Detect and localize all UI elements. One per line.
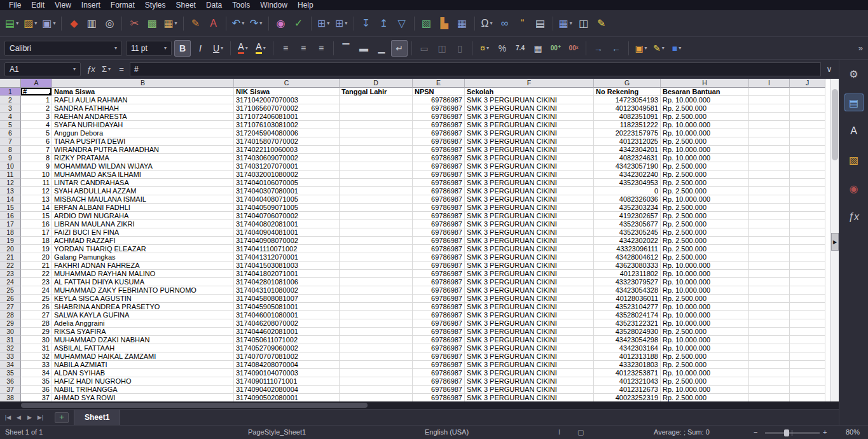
insert-special-character-dropdown-icon[interactable]: ▾ — [490, 20, 493, 26]
cell-J14[interactable] — [790, 195, 825, 204]
column-header-J[interactable]: J — [790, 79, 825, 88]
cell-C12[interactable]: 3174040106070005 — [234, 179, 340, 187]
previous-sheet-button[interactable]: ◀ — [13, 414, 24, 421]
cell-C9[interactable]: 3174030609070002 — [234, 154, 340, 162]
cell-B33[interactable]: MUHAMMAD HAIKAL ZAMZAMI — [52, 352, 234, 361]
column-header-A[interactable]: A — [21, 79, 52, 88]
cell-A7[interactable]: 6 — [21, 137, 52, 146]
cell-G12[interactable]: 4352304953 — [594, 179, 661, 187]
cell-A29[interactable]: 28 — [21, 319, 52, 328]
cell-C3[interactable]: 3171065607070002 — [234, 104, 340, 113]
cell-H33[interactable]: Rp. 2.500.000 — [661, 352, 749, 361]
row-header-16[interactable]: 16 — [0, 212, 21, 220]
row-header-17[interactable]: 17 — [0, 220, 21, 228]
cell-D32[interactable] — [340, 344, 413, 352]
cell-J33[interactable] — [790, 352, 825, 361]
cell-G7[interactable]: 4012312025 — [594, 137, 661, 146]
cell-B38[interactable]: AHMAD SYA ROWI — [52, 394, 234, 401]
cell-H27[interactable]: Rp. 10.000.000 — [661, 303, 749, 311]
cell-J30[interactable] — [790, 328, 825, 336]
cell-I26[interactable] — [749, 295, 790, 303]
cell-D5[interactable] — [340, 121, 413, 129]
cell-B24[interactable]: AL FATTAH DHIYA KUSUMA — [52, 278, 234, 286]
new-document-dropdown-icon[interactable]: ▾ — [16, 20, 18, 26]
cell-C8[interactable]: 3174022110060003 — [234, 146, 340, 154]
cell-H23[interactable]: Rp. 10.000.000 — [661, 270, 749, 278]
column-header-G[interactable]: G — [594, 79, 661, 88]
insert-special-character-button[interactable]: Ω▾ — [479, 15, 495, 32]
add-decimal-place-button[interactable]: 00⁺ — [548, 40, 564, 57]
text-language[interactable]: English (USA) — [425, 428, 469, 436]
cell-F12[interactable]: SMK 3 PERGURUAN CIKINI — [465, 179, 594, 187]
cell-C10[interactable]: 3174031207070001 — [234, 162, 340, 171]
background-color-button[interactable]: ■▾ — [668, 40, 685, 57]
cell-D23[interactable] — [340, 270, 413, 278]
cell-B21[interactable]: Galang Pamungkas — [52, 253, 234, 261]
decrease-indent-button[interactable]: ← — [608, 40, 624, 57]
cell-E8[interactable]: 69786987 — [413, 146, 465, 154]
cell-B1[interactable]: Nama Siswa — [52, 88, 234, 96]
vertical-scrollbar-thumb[interactable] — [832, 89, 838, 160]
cell-H7[interactable]: Rp. 2.500.000 — [661, 137, 749, 146]
cell-F10[interactable]: SMK 3 PERGURUAN CIKINI — [465, 162, 594, 171]
cell-F6[interactable]: SMK 3 PERGURUAN CIKINI — [465, 129, 594, 137]
cell-D11[interactable] — [340, 171, 413, 179]
redo-dropdown-icon[interactable]: ▾ — [259, 20, 262, 26]
cell-J10[interactable] — [790, 162, 825, 171]
cell-J24[interactable] — [790, 278, 825, 286]
cell-B23[interactable]: MUHAMMAD RAYHAN MALINO — [52, 270, 234, 278]
cell-D12[interactable] — [340, 179, 413, 187]
cell-I8[interactable] — [749, 146, 790, 154]
cell-F11[interactable]: SMK 3 PERGURUAN CIKINI — [465, 171, 594, 179]
row-header-23[interactable]: 23 — [0, 270, 21, 278]
open-file-dropdown-icon[interactable]: ▾ — [34, 20, 37, 26]
cell-D37[interactable] — [340, 386, 413, 394]
cell-J2[interactable] — [790, 96, 825, 104]
highlighting-color-dropdown-icon[interactable]: ▾ — [263, 45, 266, 51]
cell-D20[interactable] — [340, 245, 413, 253]
row-header-27[interactable]: 27 — [0, 303, 21, 311]
cell-E36[interactable]: 69786987 — [413, 377, 465, 386]
row-header-2[interactable]: 2 — [0, 96, 21, 104]
expand-formula-bar-button[interactable]: ∨ — [822, 64, 836, 74]
cell-E26[interactable]: 69786987 — [413, 295, 465, 303]
cell-A12[interactable]: 11 — [21, 179, 52, 187]
cell-G25[interactable]: 43423054328 — [594, 286, 661, 295]
insert-image-button[interactable]: ▧ — [418, 15, 435, 32]
cell-G11[interactable]: 4342302240 — [594, 171, 661, 179]
cell-A30[interactable]: 29 — [21, 328, 52, 336]
cell-B9[interactable]: RIZKY PRATAMA — [52, 154, 234, 162]
cell-J17[interactable] — [790, 220, 825, 228]
cell-F26[interactable]: SMK 3 PERGURUAN CIKINI — [465, 295, 594, 303]
cell-F16[interactable]: SMK 3 PERGURUAN CIKINI — [465, 212, 594, 220]
cell-E11[interactable]: 69786987 — [413, 171, 465, 179]
cell-E20[interactable]: 69786987 — [413, 245, 465, 253]
cell-B19[interactable]: ACHMAD RAZZAFI — [52, 237, 234, 245]
insert-rows-dropdown-icon[interactable]: ▾ — [327, 20, 329, 26]
cell-E29[interactable]: 69786987 — [413, 319, 465, 328]
font-color-button[interactable]: A▾ — [235, 40, 251, 57]
cell-J13[interactable] — [790, 187, 825, 195]
cell-E30[interactable]: 69786987 — [413, 328, 465, 336]
cell-F23[interactable]: SMK 3 PERGURUAN CIKINI — [465, 270, 594, 278]
row-header-7[interactable]: 7 — [0, 137, 21, 146]
cell-A36[interactable]: 35 — [21, 377, 52, 386]
format-as-currency-button[interactable]: ¤▾ — [476, 40, 493, 57]
cell-G35[interactable]: 40123253871 — [594, 369, 661, 377]
cell-F25[interactable]: SMK 3 PERGURUAN CIKINI — [465, 286, 594, 295]
background-color-dropdown-icon[interactable]: ▾ — [679, 45, 681, 51]
cell-D36[interactable] — [340, 377, 413, 386]
cell-F38[interactable]: SMK 3 PERGURUAN CIKINI — [465, 394, 594, 401]
cell-E32[interactable]: 69786987 — [413, 344, 465, 352]
center-vertically-button[interactable]: ▬ — [355, 40, 372, 57]
cell-C23[interactable]: 3174041802071001 — [234, 270, 340, 278]
cell-B17[interactable]: LIBRAN MAULANA ZIKRI — [52, 220, 234, 228]
italic-button[interactable]: I — [192, 40, 209, 57]
cell-C5[interactable]: 3171076103081002 — [234, 121, 340, 129]
cell-D4[interactable] — [340, 113, 413, 121]
cell-B5[interactable]: SYAFA NURHIDAYAH — [52, 121, 234, 129]
column-header-C[interactable]: C — [234, 79, 340, 88]
cell-B25[interactable]: MUHAMMAD ZAKY FEBRIANTO PURNOMO — [52, 286, 234, 295]
new-document-button[interactable]: ▤▾ — [3, 15, 20, 32]
cell-D16[interactable] — [340, 212, 413, 220]
